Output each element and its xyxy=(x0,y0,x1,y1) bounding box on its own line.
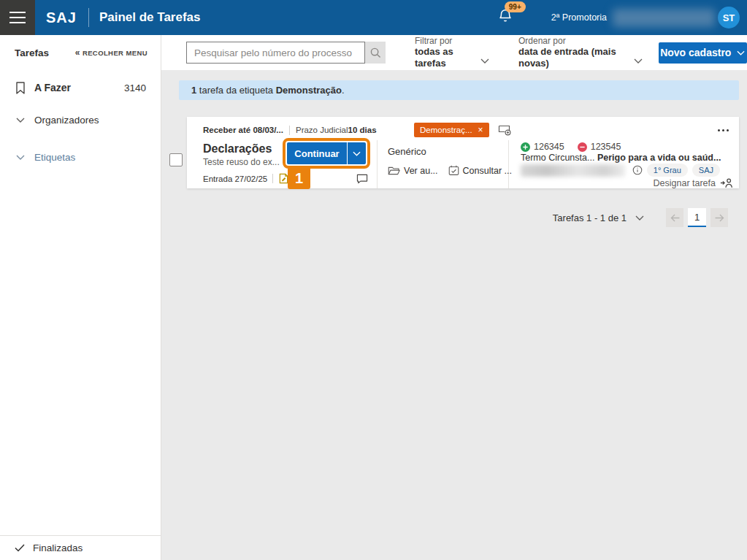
add-tag-button[interactable] xyxy=(498,124,512,136)
banner-tag-name: Demonstração xyxy=(276,85,342,96)
arrow-left-icon xyxy=(670,214,680,222)
positive-counter-value: 126345 xyxy=(534,142,564,152)
notifications-count-badge: 99+ xyxy=(505,1,526,12)
pagination-range-dropdown[interactable]: Tarefas 1 - 1 de 1 xyxy=(553,212,644,223)
chevron-down-icon xyxy=(15,118,26,123)
consult-label: Consultar ... xyxy=(463,166,512,176)
folder-open-icon xyxy=(388,166,400,176)
filter-label: Filtrar por xyxy=(415,36,473,46)
assign-person-icon xyxy=(720,177,733,188)
system-badge[interactable]: SAJ xyxy=(692,164,720,177)
comment-icon[interactable] xyxy=(356,174,368,184)
task-category: Genérico xyxy=(388,146,504,157)
saj-logo: SAJ xyxy=(46,9,77,26)
negative-counter-value: 123545 xyxy=(591,142,621,152)
continue-dropdown-button[interactable] xyxy=(348,142,366,164)
bookmark-icon xyxy=(15,82,26,94)
deadline-label: Prazo Judicial xyxy=(296,126,348,134)
sidebar-item-count: 3140 xyxy=(124,83,146,93)
continue-button[interactable]: Continuar xyxy=(287,142,347,164)
task-card: Receber até 08/03/... Prazo Judicial 10 … xyxy=(187,117,739,188)
sort-label: Ordenar por xyxy=(518,36,627,46)
chevron-down-icon xyxy=(635,215,644,220)
etiqueta-tag[interactable]: Demonstraç... × xyxy=(414,123,489,137)
sidebar: Tarefas « RECOLHER MENU A Fazer 3140 Org… xyxy=(0,35,161,560)
arrow-right-icon xyxy=(715,214,724,222)
divider xyxy=(289,126,290,135)
chevron-down-icon xyxy=(353,151,361,156)
assign-task-label: Designar tarefa xyxy=(654,178,716,188)
notifications-button[interactable]: 99+ xyxy=(497,7,516,28)
redacted-user-name xyxy=(613,9,715,27)
page-number-button[interactable]: 1 xyxy=(688,208,706,227)
process-type: Termo Circunsta... xyxy=(521,153,597,163)
pagination: Tarefas 1 - 1 de 1 1 xyxy=(179,208,740,227)
annotation-step-badge: 1 xyxy=(288,167,310,189)
banner-suffix: . xyxy=(342,85,345,96)
search-input[interactable] xyxy=(186,42,365,64)
header-bar: SAJ Painel de Tarefas 99+ 2ª Promotoria … xyxy=(0,0,747,35)
continue-split-button[interactable]: Continuar xyxy=(287,142,366,164)
banner-text: tarefa da etiqueta xyxy=(196,85,275,96)
filter-value: todas as tarefas xyxy=(415,46,473,69)
sidebar-item-label: Etiquetas xyxy=(34,152,75,163)
app-window: SAJ Painel de Tarefas 99+ 2ª Promotoria … xyxy=(0,0,747,560)
new-register-label: Novo cadastro xyxy=(660,47,731,58)
search-button[interactable] xyxy=(365,42,386,64)
divider xyxy=(272,174,273,183)
sidebar-item-etiquetas[interactable]: Etiquetas xyxy=(0,145,161,169)
negative-counter: 123545 xyxy=(578,142,621,152)
process-subject: Perigo para a vida ou saúd... xyxy=(597,153,721,163)
degree-badge[interactable]: 1° Grau xyxy=(647,164,688,177)
search-group xyxy=(186,42,386,64)
page-title: Painel de Tarefas xyxy=(99,10,201,25)
entry-date-label: Entrada 27/02/25 xyxy=(203,174,267,183)
view-autos-button[interactable]: Ver au... xyxy=(388,166,438,176)
minus-circle-icon xyxy=(578,142,587,152)
previous-page-button[interactable] xyxy=(666,208,683,227)
etiqueta-tag-label: Demonstraç... xyxy=(420,126,472,134)
chevron-down-icon xyxy=(15,155,26,160)
task-checkbox[interactable] xyxy=(169,153,183,166)
assign-task-button[interactable]: Designar tarefa xyxy=(521,177,733,188)
avatar[interactable]: ST xyxy=(718,7,740,28)
calendar-check-icon xyxy=(448,165,459,176)
sort-dropdown[interactable]: Ordenar por data de entrada (mais novas) xyxy=(518,36,643,69)
receive-until-label: Receber até 08/03/... xyxy=(203,126,283,134)
info-icon[interactable] xyxy=(632,165,643,175)
sidebar-item-finalizadas[interactable]: Finalizadas xyxy=(0,535,161,560)
annotation-highlight-box: Continuar xyxy=(283,138,370,169)
next-page-button[interactable] xyxy=(710,208,728,227)
chevron-down-icon xyxy=(737,50,745,55)
filter-dropdown[interactable]: Filtrar por todas as tarefas xyxy=(415,36,489,69)
main-area: Filtrar por todas as tarefas Ordenar por… xyxy=(161,35,747,560)
chevron-down-icon xyxy=(634,58,643,64)
collapse-menu-button[interactable]: « RECOLHER MENU xyxy=(75,49,148,57)
deadline-value: 10 dias xyxy=(348,126,377,134)
view-autos-label: Ver au... xyxy=(404,166,438,176)
more-options-button[interactable] xyxy=(713,126,733,134)
chevron-down-icon xyxy=(480,58,489,64)
pagination-range-label: Tarefas 1 - 1 de 1 xyxy=(553,212,627,223)
sidebar-item-label: Organizadores xyxy=(34,115,99,126)
content-area: 1 tarefa da etiqueta Demonstração. Receb… xyxy=(161,70,747,560)
filter-info-banner: 1 tarefa da etiqueta Demonstração. xyxy=(179,80,739,100)
sidebar-title: Tarefas xyxy=(15,47,49,58)
close-icon[interactable]: × xyxy=(478,126,483,134)
positive-counter: 126345 xyxy=(521,142,564,152)
sidebar-item-label: A Fazer xyxy=(34,82,71,93)
collapse-menu-label: RECOLHER MENU xyxy=(83,49,148,57)
search-icon xyxy=(370,47,381,58)
new-register-button[interactable]: Novo cadastro xyxy=(659,42,747,64)
check-icon xyxy=(15,544,25,552)
hamburger-menu-button[interactable] xyxy=(0,0,35,35)
sidebar-item-a-fazer[interactable]: A Fazer 3140 xyxy=(0,75,161,100)
redacted-party-name xyxy=(521,164,625,177)
consult-button[interactable]: Consultar ... xyxy=(448,165,512,176)
sidebar-item-label: Finalizadas xyxy=(33,542,83,553)
double-chevron-left-icon: « xyxy=(75,49,80,56)
promotoria-label: 2ª Promotoria xyxy=(551,12,607,23)
header-divider xyxy=(88,8,89,27)
sidebar-item-organizadores[interactable]: Organizadores xyxy=(0,107,161,132)
toolbar: Filtrar por todas as tarefas Ordenar por… xyxy=(161,35,747,70)
